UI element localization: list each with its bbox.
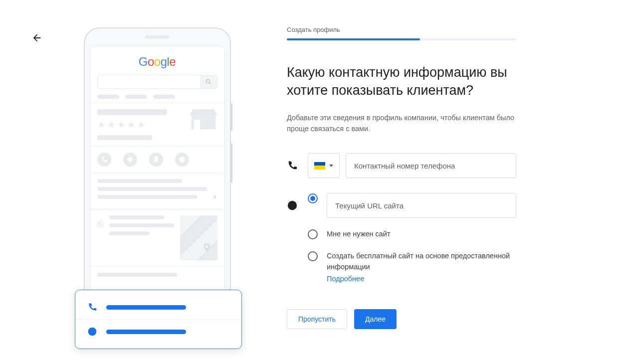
contact-callout bbox=[75, 290, 242, 349]
chevron-down-icon bbox=[329, 165, 333, 167]
next-button[interactable]: Далее bbox=[354, 309, 397, 329]
website-option-none-radio[interactable] bbox=[308, 229, 318, 239]
phone-icon bbox=[287, 160, 298, 171]
website-option-free-label: Создать бесплатный сайт на основе предос… bbox=[327, 251, 516, 273]
pin-icon: ⎋ bbox=[97, 218, 103, 260]
google-logo: Google bbox=[90, 55, 224, 69]
learn-more-link[interactable]: Подробнее bbox=[327, 275, 364, 283]
phone-icon bbox=[87, 302, 97, 312]
globe-icon bbox=[87, 327, 97, 337]
mock-website-icon bbox=[175, 153, 189, 167]
flag-ua-icon bbox=[314, 162, 325, 170]
country-code-select[interactable] bbox=[308, 153, 340, 178]
website-option-free-radio[interactable] bbox=[308, 251, 318, 261]
globe-icon bbox=[287, 200, 298, 211]
website-option-url-radio[interactable] bbox=[308, 193, 318, 203]
progress-bar bbox=[287, 38, 516, 40]
svg-point-0 bbox=[206, 79, 209, 83]
mock-save-icon bbox=[149, 153, 163, 167]
svg-rect-2 bbox=[194, 120, 200, 129]
phone-input[interactable]: Контактный номер телефона bbox=[346, 153, 516, 178]
onboarding-form: Создать профиль Какую контактную информа… bbox=[287, 26, 516, 329]
website-url-input[interactable]: Текущий URL сайта bbox=[327, 193, 516, 218]
skip-button[interactable]: Пропустить bbox=[287, 309, 347, 329]
mock-directions-icon bbox=[123, 153, 137, 167]
stepper-label: Создать профиль bbox=[287, 26, 516, 33]
mock-call-icon bbox=[97, 153, 111, 167]
page-subtitle: Добавьте эти сведения в профиль компании… bbox=[287, 113, 516, 135]
back-button[interactable] bbox=[31, 32, 42, 45]
website-option-none-label: Мне не нужен сайт bbox=[327, 229, 391, 240]
phone-illustration: Google ★★★★★ bbox=[70, 27, 244, 307]
mock-searchbar bbox=[97, 75, 217, 89]
chevron-right-icon: › bbox=[213, 192, 216, 201]
page-title: Какую контактную информацию вы хотите по… bbox=[287, 63, 516, 100]
svg-line-1 bbox=[209, 83, 210, 84]
